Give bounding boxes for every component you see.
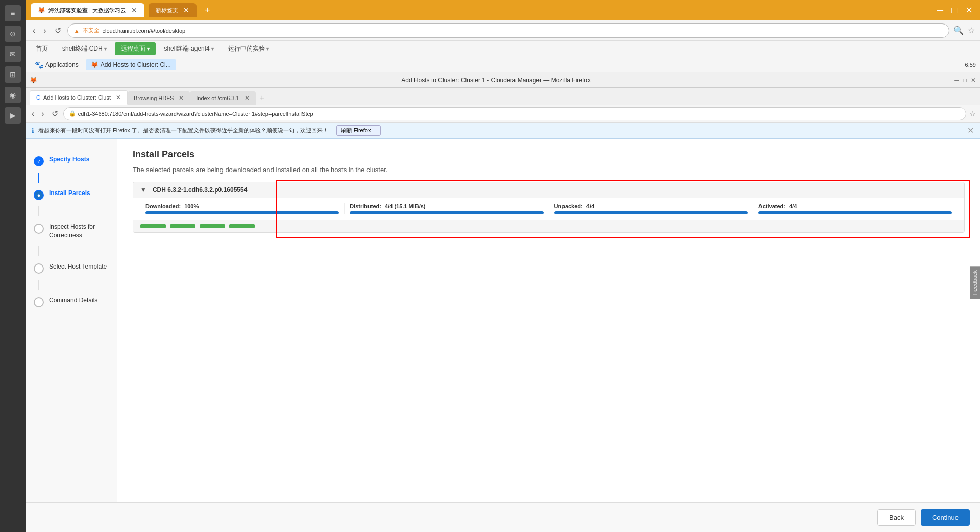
- sidebar-icon-4[interactable]: ⊞: [5, 66, 21, 83]
- inner-new-tab-button[interactable]: +: [256, 91, 268, 105]
- tab2-label: 新标签页: [156, 7, 178, 14]
- step-connector-4: [38, 280, 39, 290]
- vm-tab-shell-cdh[interactable]: shell终端-CDH ▾: [56, 42, 113, 55]
- inner-tab2-close[interactable]: ✕: [179, 94, 184, 102]
- distributed-label: Distributed: 4/4 (15.1 MiB/s): [350, 203, 543, 209]
- vm-tab-home[interactable]: 首页: [30, 42, 54, 55]
- activated-progress-fill: [758, 211, 952, 214]
- address-bar[interactable]: ▲ 不安全 cloud.hainiubl.com/#/tool/desktop: [67, 23, 949, 38]
- green-bar-1: [140, 224, 166, 228]
- vm-tab-remote-desktop[interactable]: 远程桌面 ▾: [115, 42, 156, 55]
- main-area: 🦊 海沈部落实验室 | 大数据学习云 ✕ 新标签页 ✕ + ─ □ ✕ ‹ › …: [26, 0, 980, 532]
- security-warning-icon: ▲: [74, 28, 80, 34]
- tab1-close[interactable]: ✕: [131, 6, 137, 14]
- continue-button[interactable]: Continue: [921, 509, 970, 526]
- reload-button[interactable]: ↺: [53, 23, 63, 37]
- add-hosts-tab-label: Add Hosts to Cluster: Cl...: [101, 61, 171, 68]
- minimize-button[interactable]: ─: [935, 3, 945, 18]
- forward-nav-button[interactable]: ›: [41, 24, 48, 37]
- unpacked-label: Unpacked: 4/4: [554, 203, 748, 209]
- applications-label: Applications: [45, 61, 79, 68]
- activated-stat: Activated: 4/4: [753, 203, 957, 214]
- inner-tab2[interactable]: Browsing HDFS ✕: [128, 91, 190, 105]
- unpacked-progress-fill: [554, 211, 748, 214]
- sidebar-icon-6[interactable]: ▶: [5, 107, 21, 124]
- inner-address-bar: ‹ › ↺ 🔒 cdh1-34680:7180/cmf/add-hosts-wi…: [26, 105, 980, 123]
- new-tab-button[interactable]: +: [201, 3, 214, 18]
- maximize-button[interactable]: □: [949, 3, 959, 18]
- parcel-chevron-icon[interactable]: ▼: [140, 186, 146, 194]
- step4-label: Select Host Template: [49, 262, 107, 271]
- back-nav-button[interactable]: ‹: [31, 24, 37, 37]
- step1-circle: ✓: [34, 156, 44, 166]
- wizard-step-inspect-hosts[interactable]: Inspect Hosts for Correctness: [26, 216, 117, 246]
- distributed-progress-bg: [350, 211, 543, 214]
- bookmark-icon[interactable]: ☆: [968, 26, 975, 35]
- inner-window-title: Add Hosts to Cluster: Cluster 1 - Cloude…: [41, 77, 950, 84]
- inner-tab3-close[interactable]: ✕: [244, 94, 250, 102]
- vm-tabbar: 首页 shell终端-CDH ▾ 远程桌面 ▾ shell终端-agent4 ▾…: [26, 41, 980, 57]
- notification-text: 看起来你有一段时间没有打开 Firefox 了。是否要清理一下配置文件以获得近乎…: [38, 127, 328, 134]
- sidebar-icon-1[interactable]: ≡: [5, 5, 21, 21]
- notification-close-icon[interactable]: ✕: [967, 126, 974, 135]
- inner-notification-bar: ℹ 看起来你有一段时间没有打开 Firefox 了。是否要清理一下配置文件以获得…: [26, 123, 980, 139]
- step3-label: Inspect Hosts for Correctness: [49, 223, 109, 240]
- tab-active[interactable]: 🦊 海沈部落实验室 | 大数据学习云 ✕: [31, 3, 144, 17]
- green-bar-2: [170, 224, 195, 228]
- inner-close-icon[interactable]: ✕: [971, 77, 976, 84]
- close-button[interactable]: ✕: [963, 3, 975, 18]
- inner-tab1[interactable]: C Add Hosts to Cluster: Clust ✕: [30, 90, 128, 105]
- info-icon: ℹ: [32, 127, 34, 134]
- wizard-step-specify-hosts[interactable]: ✓ Specify Hosts: [26, 149, 117, 173]
- inner-browser-window: 🦊 Add Hosts to Cluster: Cluster 1 - Clou…: [26, 72, 980, 532]
- activated-label: Activated: 4/4: [758, 203, 952, 209]
- distributed-progress-fill: [350, 211, 543, 214]
- search-icon[interactable]: 🔍: [953, 26, 964, 35]
- inner-back-button[interactable]: ‹: [30, 107, 36, 120]
- inner-reload-button[interactable]: ↺: [50, 107, 60, 120]
- feedback-tab[interactable]: Feedback: [970, 266, 980, 299]
- green-bar-4: [229, 224, 255, 228]
- inner-maximize-icon[interactable]: □: [963, 77, 967, 84]
- activated-progress-bg: [758, 211, 952, 214]
- step2-circle: ●: [34, 190, 44, 200]
- back-button[interactable]: Back: [877, 509, 916, 526]
- inner-forward-button[interactable]: ›: [39, 107, 46, 120]
- sidebar-icon-3[interactable]: ✉: [5, 46, 21, 62]
- tab2-close[interactable]: ✕: [183, 6, 189, 14]
- unpacked-progress-bg: [554, 211, 748, 214]
- parcel-header: ▼ CDH 6.3.2-1.cdh6.3.2.p0.1605554: [133, 182, 964, 198]
- step1-label: Specify Hosts: [49, 155, 89, 164]
- app-menubar: 🐾 Applications 🦊 Add Hosts to Cluster: C…: [26, 57, 980, 72]
- inner-bookmark-icon[interactable]: ☆: [969, 110, 976, 118]
- step5-circle: [34, 297, 44, 307]
- inner-minimize-icon[interactable]: ─: [954, 77, 959, 84]
- distributed-stat: Distributed: 4/4 (15.1 MiB/s): [345, 203, 549, 214]
- app-menu-tab[interactable]: 🦊 Add Hosts to Cluster: Cl...: [86, 59, 176, 70]
- wizard-description: The selected parcels are being downloade…: [133, 166, 965, 174]
- lock-icon: 🔒: [69, 110, 76, 117]
- inner-browser-tabs: C Add Hosts to Cluster: Clust ✕ Browsing…: [26, 88, 980, 105]
- step2-label: Install Parcels: [49, 189, 90, 198]
- inner-tab3[interactable]: Index of /cm6.3.1 ✕: [190, 91, 255, 105]
- sidebar-icon-2[interactable]: ⊙: [5, 26, 21, 42]
- wizard-step-install-parcels[interactable]: ● Install Parcels: [26, 183, 117, 206]
- inner-address-text: cdh1-34680:7180/cmf/add-hosts-wizard/wiz…: [78, 111, 313, 117]
- app-menu-applications[interactable]: 🐾 Applications: [30, 59, 84, 71]
- refresh-firefox-button[interactable]: 刷新 Firefox---: [336, 125, 381, 136]
- wizard-step-command-details[interactable]: Command Details: [26, 290, 117, 313]
- downloaded-value: 100%: [184, 203, 199, 209]
- vm-tab-experiment[interactable]: 运行中的实验 ▾: [222, 42, 275, 55]
- main-content: ✓ Specify Hosts ● Install Parcels: [26, 139, 980, 502]
- wizard-footer: Back Continue: [26, 502, 980, 532]
- downloaded-stat: Downloaded: 100%: [140, 203, 345, 214]
- tab2[interactable]: 新标签页 ✕: [149, 3, 197, 17]
- vm-tab-shell-agent4[interactable]: shell终端-agent4 ▾: [158, 42, 220, 55]
- inner-tab1-close[interactable]: ✕: [116, 94, 121, 101]
- wizard-panel: Install Parcels The selected parcels are…: [117, 139, 980, 502]
- step-connector-2: [38, 206, 39, 216]
- wizard-step-select-template[interactable]: Select Host Template: [26, 256, 117, 280]
- sidebar-icon-5[interactable]: ◉: [5, 87, 21, 103]
- inner-address-field[interactable]: 🔒 cdh1-34680:7180/cmf/add-hosts-wizard/w…: [63, 107, 966, 120]
- step4-circle: [34, 263, 44, 274]
